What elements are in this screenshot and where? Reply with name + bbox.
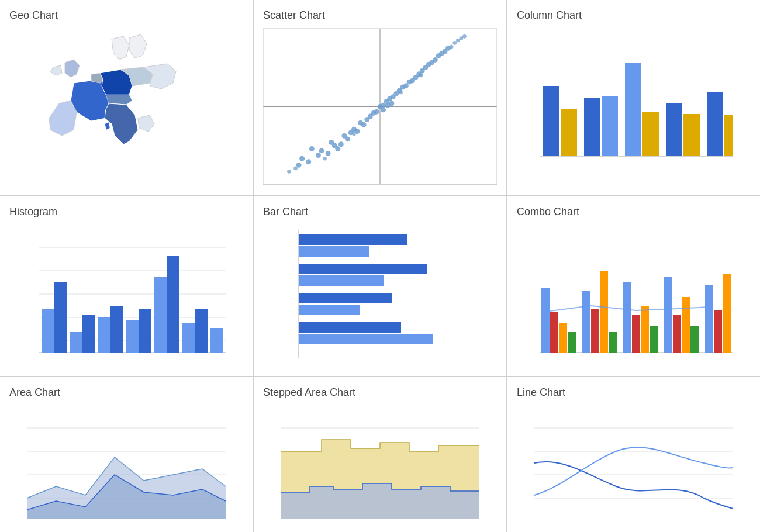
- column-chart-title: Column Chart: [517, 9, 751, 22]
- svg-rect-116: [690, 326, 699, 353]
- svg-rect-101: [541, 288, 550, 353]
- scatter-chart-svg: [263, 27, 497, 186]
- svg-rect-67: [642, 112, 659, 156]
- svg-point-59: [460, 36, 464, 40]
- svg-rect-102: [550, 312, 558, 353]
- geo-chart-area: [9, 27, 243, 186]
- svg-point-56: [450, 45, 454, 49]
- svg-rect-104: [568, 332, 576, 353]
- svg-point-7: [306, 159, 311, 164]
- svg-rect-94: [299, 264, 427, 274]
- svg-rect-93: [299, 246, 369, 257]
- svg-rect-82: [98, 317, 110, 353]
- svg-rect-80: [70, 332, 82, 353]
- svg-point-8: [319, 148, 324, 153]
- scatter-chart-card[interactable]: Scatter Chart: [254, 0, 506, 195]
- column-chart-card[interactable]: Column Chart: [507, 0, 760, 195]
- svg-rect-103: [559, 323, 567, 353]
- combo-chart-area: [517, 224, 751, 367]
- svg-point-52: [323, 157, 327, 161]
- stepped-area-chart-area: [263, 405, 497, 532]
- svg-rect-71: [724, 115, 733, 156]
- svg-rect-63: [561, 109, 577, 156]
- svg-rect-88: [182, 323, 195, 353]
- svg-rect-112: [650, 326, 658, 353]
- svg-rect-69: [683, 114, 700, 156]
- svg-rect-86: [154, 277, 167, 353]
- combo-chart-card[interactable]: Combo Chart: [507, 196, 760, 376]
- bar-chart-title: Bar Chart: [263, 206, 497, 218]
- svg-rect-85: [139, 309, 151, 353]
- svg-rect-92: [299, 234, 407, 245]
- svg-point-58: [456, 39, 460, 43]
- svg-rect-109: [623, 282, 631, 353]
- svg-rect-78: [42, 309, 54, 353]
- histogram-card[interactable]: Histogram: [0, 196, 253, 376]
- svg-rect-90: [210, 328, 223, 353]
- scatter-chart-title: Scatter Chart: [263, 9, 497, 22]
- svg-rect-87: [167, 256, 179, 353]
- histogram-chart-area: [9, 224, 243, 367]
- svg-rect-64: [584, 98, 600, 156]
- stepped-area-chart-title: Stepped Area Chart: [263, 386, 497, 399]
- svg-rect-68: [666, 103, 682, 156]
- svg-point-51: [293, 167, 298, 171]
- histogram-svg: [9, 224, 243, 364]
- geo-chart-title: Geo Chart: [9, 9, 243, 22]
- svg-rect-107: [600, 271, 608, 353]
- svg-rect-111: [641, 306, 649, 353]
- combo-chart-svg: [517, 224, 751, 364]
- histogram-title: Histogram: [9, 206, 243, 218]
- svg-point-9: [326, 151, 331, 156]
- svg-point-60: [462, 34, 467, 39]
- bar-chart-card[interactable]: Bar Chart: [254, 196, 506, 376]
- area-chart-svg: [9, 405, 243, 521]
- svg-rect-96: [299, 293, 392, 303]
- line-chart-area: [517, 405, 751, 532]
- svg-rect-70: [707, 92, 723, 156]
- combo-chart-title: Combo Chart: [517, 206, 751, 218]
- svg-rect-118: [714, 310, 722, 353]
- svg-point-5: [296, 163, 302, 168]
- svg-point-54: [399, 91, 403, 95]
- area-chart-card[interactable]: Area Chart: [0, 377, 253, 532]
- stepped-area-svg: [263, 405, 497, 521]
- svg-rect-119: [723, 274, 731, 353]
- svg-rect-65: [602, 96, 618, 156]
- geo-chart-card[interactable]: Geo Chart: [0, 0, 253, 195]
- svg-point-50: [287, 170, 291, 174]
- scatter-chart-area: [263, 27, 497, 186]
- bar-chart-svg: [263, 224, 497, 364]
- svg-point-13: [338, 141, 344, 147]
- svg-point-3: [299, 156, 305, 161]
- svg-rect-95: [299, 275, 384, 286]
- svg-rect-89: [195, 309, 208, 353]
- line-chart-title: Line Chart: [517, 386, 751, 399]
- svg-point-30: [381, 107, 386, 112]
- svg-rect-99: [299, 334, 433, 344]
- svg-point-12: [329, 140, 334, 145]
- svg-rect-106: [591, 309, 599, 353]
- svg-rect-108: [609, 332, 617, 353]
- svg-point-53: [352, 132, 356, 136]
- svg-rect-79: [54, 282, 67, 353]
- geo-chart-svg: [9, 27, 243, 168]
- line-chart-card[interactable]: Line Chart: [507, 377, 760, 532]
- svg-rect-114: [673, 315, 681, 353]
- svg-rect-110: [632, 315, 640, 353]
- svg-rect-113: [664, 277, 672, 353]
- svg-point-20: [361, 122, 367, 127]
- stepped-area-chart-card[interactable]: Stepped Area Chart: [254, 377, 506, 532]
- svg-point-6: [316, 153, 321, 158]
- line-chart-svg: [517, 405, 751, 521]
- svg-rect-66: [625, 63, 641, 156]
- svg-rect-83: [110, 306, 123, 353]
- svg-point-32: [389, 101, 395, 106]
- svg-point-15: [341, 133, 347, 139]
- area-chart-area: [9, 405, 243, 532]
- svg-rect-97: [299, 305, 360, 315]
- svg-rect-98: [299, 322, 401, 333]
- svg-rect-81: [82, 315, 95, 353]
- svg-point-55: [419, 74, 423, 78]
- svg-point-57: [452, 41, 457, 45]
